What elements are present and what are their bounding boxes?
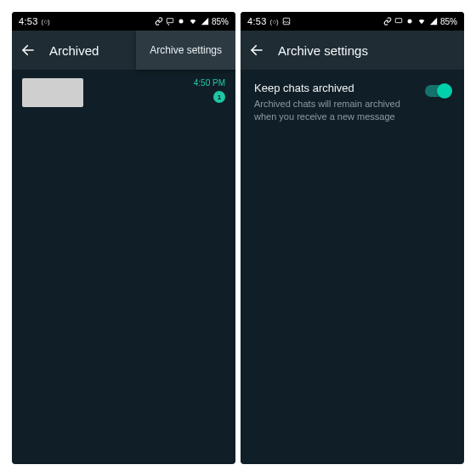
chat-meta: 4:50 PM 1 (194, 78, 225, 103)
cast-icon (166, 17, 174, 26)
recording-indicator-icon: (○) (42, 18, 50, 26)
cast-icon (394, 17, 403, 26)
svg-rect-0 (167, 19, 173, 23)
battery-percent: 85% (440, 17, 457, 26)
status-right: 85% (155, 17, 229, 26)
status-left: 4:53 (○) (247, 16, 291, 26)
status-bar: 4:53 (○) 85% (12, 12, 235, 31)
back-button[interactable] (247, 41, 266, 60)
status-clock: 4:53 (247, 16, 267, 26)
recording-indicator-icon: (○) (270, 18, 279, 26)
status-clock: 4:53 (19, 16, 38, 26)
camera-icon (177, 17, 185, 26)
image-icon (282, 17, 291, 26)
toggle-keep-archived[interactable] (425, 85, 450, 97)
setting-title: Keep chats archived (254, 82, 415, 94)
archived-content: 4:50 PM 1 (12, 70, 235, 464)
setting-text: Keep chats archived Archived chats will … (254, 82, 415, 123)
svg-point-1 (178, 20, 183, 24)
archived-chat-row[interactable]: 4:50 PM 1 (12, 70, 235, 116)
back-button[interactable] (19, 41, 37, 60)
signal-icon (429, 17, 438, 26)
arrow-left-icon (249, 42, 264, 58)
wifi-icon (188, 17, 198, 26)
camera-icon (405, 17, 414, 26)
phone-right: 4:53 (○) 85% Archive settings Keep chats… (241, 12, 464, 464)
status-right: 85% (383, 17, 457, 26)
battery-percent: 85% (212, 17, 229, 26)
signal-icon (201, 17, 209, 26)
status-bar: 4:53 (○) 85% (241, 12, 464, 31)
svg-point-5 (407, 20, 411, 24)
toggle-thumb (437, 83, 452, 99)
link-icon (383, 17, 392, 26)
settings-content: Keep chats archived Archived chats will … (241, 70, 464, 464)
unread-badge: 1 (213, 91, 225, 103)
arrow-left-icon (20, 42, 36, 58)
phone-left: 4:53 (○) 85% Archived Archive settings 4… (12, 12, 235, 464)
wifi-icon (416, 17, 427, 26)
chat-avatar-placeholder (22, 78, 83, 107)
chat-time: 4:50 PM (194, 78, 225, 88)
app-bar-archived: Archived Archive settings (12, 31, 235, 70)
menu-item-archive-settings[interactable]: Archive settings (136, 31, 235, 70)
link-icon (155, 17, 163, 26)
setting-keep-archived[interactable]: Keep chats archived Archived chats will … (241, 70, 464, 135)
app-bar-settings: Archive settings (241, 31, 464, 70)
page-title: Archived (49, 43, 124, 58)
svg-rect-3 (283, 18, 290, 25)
setting-description: Archived chats will remain archived when… (254, 98, 415, 123)
svg-rect-4 (395, 19, 402, 23)
status-left: 4:53 (○) (19, 16, 50, 26)
page-title: Archive settings (278, 43, 457, 58)
